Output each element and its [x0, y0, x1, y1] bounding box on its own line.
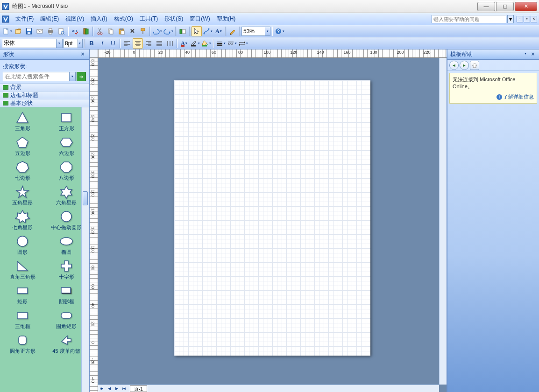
menu-format[interactable]: 格式(O) — [111, 14, 136, 24]
align-right-button[interactable] — [143, 38, 154, 49]
shape-rect[interactable]: 矩形 — [1, 283, 44, 306]
delete-button[interactable]: ✕ — [127, 26, 137, 36]
format-painter-button[interactable] — [138, 26, 148, 36]
stencil-borders[interactable]: 边框和标题 — [0, 91, 89, 99]
stencil-bg[interactable]: 背景 — [0, 84, 89, 91]
help-button[interactable]: ?▾ — [274, 26, 285, 36]
menu-insert[interactable]: 插入(I) — [87, 14, 110, 24]
help-search-input[interactable] — [432, 15, 506, 23]
next-page-button[interactable]: ▶ — [113, 385, 121, 392]
font-combo[interactable]: ▾ — [2, 39, 63, 48]
shape-roundsquare[interactable]: 圆角正方形 — [1, 333, 44, 356]
shape-heptagon[interactable]: 七边形 — [1, 160, 44, 182]
text-tool-button[interactable]: A▾ — [213, 26, 224, 36]
app-menu-icon[interactable] — [2, 15, 9, 23]
prev-page-button[interactable]: ◀ — [106, 385, 113, 392]
copy-button[interactable] — [106, 26, 116, 36]
save-button[interactable] — [24, 26, 34, 36]
font-dropdown[interactable]: ▾ — [56, 39, 62, 48]
menu-view[interactable]: 视图(V) — [62, 14, 87, 24]
horizontal-ruler[interactable]: -20020406080100120140160180200220 — [98, 49, 447, 58]
menu-file[interactable]: 文件(F) — [12, 14, 37, 24]
underline-button[interactable]: U — [108, 38, 118, 49]
canvas-vertical-scrollbar[interactable] — [439, 58, 447, 385]
shape-search-dropdown[interactable]: ▾ — [69, 72, 75, 81]
align-left-button[interactable] — [122, 38, 132, 49]
cut-button[interactable] — [95, 26, 105, 36]
shape-preview-icon — [14, 334, 30, 347]
undo-button[interactable]: ▾ — [152, 26, 163, 36]
last-page-button[interactable]: ⏭ — [121, 385, 128, 392]
shape-rtriangle[interactable]: 直角三角形 — [1, 259, 44, 281]
fontsize-input[interactable] — [64, 40, 78, 47]
shape-star7[interactable]: 七角星形 — [1, 209, 44, 232]
shapes-pane-close[interactable]: × — [79, 51, 86, 58]
line-ends-button[interactable]: ▾ — [238, 38, 248, 49]
zoom-input[interactable] — [242, 28, 265, 35]
paste-button[interactable] — [116, 26, 127, 36]
fill-color-button[interactable]: ▾ — [201, 38, 212, 49]
close-button[interactable]: ✕ — [515, 2, 537, 11]
vertical-ruler[interactable]: 3002802602402202001801601401201008060402… — [90, 58, 98, 392]
help-search-dropdown[interactable]: ▾ — [507, 15, 514, 23]
ink-tool-button[interactable] — [227, 26, 238, 36]
menu-edit[interactable]: 编辑(E) — [37, 14, 62, 24]
shapes-scroll-thumb[interactable] — [83, 191, 88, 205]
shape-triangle[interactable]: 三角形 — [1, 110, 44, 133]
maximize-button[interactable]: ▢ — [496, 2, 514, 11]
canvas-viewport[interactable] — [98, 58, 447, 392]
font-input[interactable] — [2, 40, 56, 47]
email-button[interactable] — [35, 26, 45, 36]
shape-search-combo[interactable]: ▾ — [3, 72, 76, 81]
help-pane-menu[interactable]: ▾ — [522, 51, 529, 58]
align-center-button[interactable] — [133, 38, 143, 49]
minimize-button[interactable]: — — [477, 2, 495, 11]
fontsize-combo[interactable]: ▾ — [63, 39, 83, 48]
connector-tool-button[interactable]: ▾ — [202, 26, 213, 36]
drawing-page[interactable] — [174, 80, 370, 356]
mdi-minimize-button[interactable]: - — [517, 16, 523, 22]
help-home-button[interactable] — [470, 61, 479, 70]
mdi-restore-button[interactable]: ▫ — [524, 16, 530, 22]
menu-tools[interactable]: 工具(T) — [136, 14, 161, 24]
shape-circle[interactable]: 圆形 — [1, 234, 44, 257]
pointer-tool-button[interactable] — [191, 26, 202, 36]
italic-button[interactable]: I — [97, 38, 107, 49]
menu-shapes[interactable]: 形状(S) — [161, 14, 186, 24]
help-pane-close[interactable]: × — [530, 51, 536, 58]
shape-pentagon[interactable]: 五边形 — [1, 135, 44, 158]
print-button[interactable] — [45, 26, 56, 36]
spellcheck-button[interactable]: AB — [70, 26, 80, 36]
shapes-scrollbar[interactable] — [81, 107, 89, 392]
help-details-link[interactable]: i了解详细信息 — [496, 94, 534, 99]
shape-search-input[interactable] — [3, 72, 69, 81]
font-color-button[interactable]: A▾ — [179, 38, 189, 49]
distribute-button[interactable] — [165, 38, 175, 49]
help-back-button[interactable]: ◄ — [449, 61, 459, 70]
menu-window[interactable]: 窗口(W) — [186, 14, 213, 24]
page-tab[interactable]: 页-1 — [130, 385, 147, 392]
line-color-button[interactable]: ▾ — [190, 38, 200, 49]
open-button[interactable] — [13, 26, 23, 36]
shape-search-go-button[interactable]: ➔ — [77, 72, 86, 81]
fontsize-dropdown[interactable]: ▾ — [78, 39, 82, 48]
line-pattern-button[interactable]: ▾ — [227, 38, 237, 49]
help-forward-button[interactable]: ► — [460, 61, 469, 70]
shapes-window-button[interactable] — [177, 26, 188, 36]
ruler-h-tick: 160 — [343, 50, 350, 55]
bold-button[interactable]: B — [86, 38, 97, 49]
shape-box3d[interactable]: 三维框 — [1, 308, 44, 331]
zoom-dropdown[interactable]: ▾ — [265, 27, 270, 35]
menu-help[interactable]: 帮助(H) — [213, 14, 239, 24]
new-button[interactable]: ▾ — [2, 26, 13, 36]
stencil-basic[interactable]: 基本形状 — [0, 99, 89, 107]
research-button[interactable] — [81, 26, 91, 36]
print-preview-button[interactable] — [56, 26, 66, 36]
zoom-combo[interactable]: ▾ — [241, 27, 270, 36]
line-weight-button[interactable]: ▾ — [215, 38, 226, 49]
shape-star5[interactable]: 五角星形 — [1, 184, 44, 207]
mdi-close-button[interactable]: × — [531, 16, 537, 22]
redo-button[interactable]: ▾ — [163, 26, 174, 36]
align-justify-button[interactable] — [154, 38, 164, 49]
first-page-button[interactable]: ⏮ — [98, 385, 106, 392]
